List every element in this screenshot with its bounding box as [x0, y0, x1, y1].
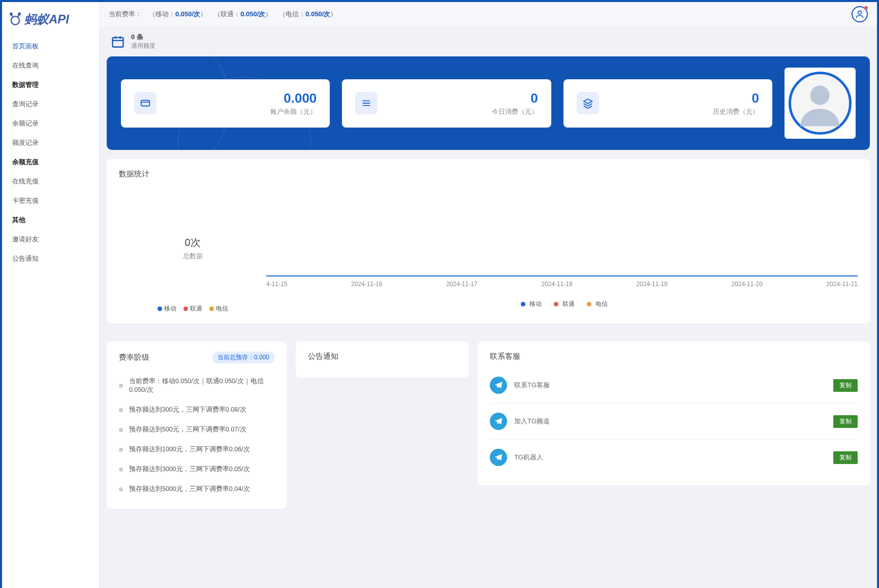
notice-panel: 公告通知	[296, 342, 468, 378]
chart-xlabel: 2024-11-20	[731, 281, 762, 288]
contact-item: 联系TG客服复制	[490, 367, 858, 404]
stat-card: 0今日消费（元）	[342, 79, 551, 128]
quota-count: 0 条	[131, 33, 155, 42]
contact-item: TG机器人复制	[490, 440, 858, 475]
telegram-icon	[490, 449, 507, 466]
stat-value: 0	[607, 90, 759, 106]
legend-item[interactable]: 移动	[517, 300, 542, 307]
sidebar-item[interactable]: 额度记录	[2, 133, 99, 152]
chart-total-count: 0次	[119, 236, 266, 250]
svg-point-3	[858, 11, 862, 14]
tier-item: 预存额达到500元，三网下调费率0.07/次	[119, 420, 274, 440]
stat-card: 0.000账户余额（元）	[121, 79, 330, 128]
svg-point-2	[18, 13, 20, 15]
svg-point-0	[11, 16, 19, 24]
sidebar-item[interactable]: 公告通知	[2, 249, 99, 268]
stat-label: 账户余额（元）	[165, 107, 317, 116]
ant-icon	[8, 12, 22, 26]
user-silhouette-icon	[797, 80, 843, 126]
contact-item: 加入TG频道复制	[490, 404, 858, 440]
telegram-icon	[490, 377, 507, 394]
sidebar-item[interactable]: 卡密充值	[2, 191, 99, 210]
copy-button[interactable]: 复制	[833, 415, 858, 428]
layers-icon	[577, 92, 599, 114]
legend-item[interactable]: 电信	[209, 304, 228, 313]
user-icon	[855, 9, 865, 19]
rate-label: 当前费率：	[109, 10, 142, 18]
rate-union: 0.050/次	[240, 10, 265, 18]
menu-icon	[355, 92, 378, 114]
copy-button[interactable]: 复制	[833, 379, 858, 392]
rate-info: 当前费率： （移动：0.050/次） （联通：0.050/次） （电信：0.05…	[109, 10, 337, 19]
chart-xlabel: 2024-11-19	[636, 281, 667, 288]
tier-item: 当前费率：移动0.050/次｜联通0.050/次｜电信0.050/次	[119, 372, 274, 400]
tier-title: 费率阶级	[119, 353, 149, 362]
contact-label: 联系TG客服	[514, 381, 826, 390]
sidebar-item[interactable]: 在线查询	[2, 56, 99, 75]
tier-item: 预存额达到3000元，三网下调费率0.05/次	[119, 459, 274, 479]
contact-label: TG机器人	[514, 453, 826, 462]
copy-button[interactable]: 复制	[833, 451, 858, 464]
sidebar-heading: 余额充值	[2, 152, 99, 172]
legend-item[interactable]: 联通	[550, 300, 575, 307]
chart-xlabel: 4-11-15	[266, 281, 287, 288]
chart-xlabel: 2024-11-17	[446, 281, 477, 288]
topbar: 当前费率： （移动：0.050/次） （联通：0.050/次） （电信：0.05…	[100, 2, 877, 26]
sidebar: 蚂蚁API 首页面板在线查询数据管理查询记录余额记录额度记录余额充值在线充值卡密…	[2, 2, 100, 588]
stats-hero: 0.000账户余额（元）0今日消费（元）0历史消费（元）	[107, 56, 870, 150]
main-content: 当前费率： （移动：0.050/次） （联通：0.050/次） （电信：0.05…	[100, 2, 877, 588]
tier-item: 预存额达到1000元，三网下调费率0.06/次	[119, 440, 274, 459]
tier-item: 预存额达到5000元，三网下调费率0.04/次	[119, 479, 274, 499]
stat-label: 历史消费（元）	[607, 107, 759, 116]
card-icon	[134, 92, 156, 114]
stat-card: 0历史消费（元）	[563, 79, 772, 128]
brand-logo: 蚂蚁API	[2, 2, 99, 37]
brand-text: 蚂蚁API	[24, 11, 69, 27]
svg-point-6	[810, 86, 830, 105]
support-title: 联系客服	[490, 352, 858, 361]
sidebar-item[interactable]: 在线充值	[2, 172, 99, 191]
sidebar-item[interactable]: 邀请好友	[2, 230, 99, 249]
sidebar-item[interactable]: 余额记录	[2, 114, 99, 133]
quota-summary: 0 条 通用额度	[107, 26, 870, 56]
rate-mobile: 0.050/次	[175, 10, 200, 18]
legend-item[interactable]: 移动	[158, 304, 176, 313]
chart-xlabel: 2024-11-18	[541, 281, 572, 288]
chart-title: 数据统计	[119, 169, 858, 179]
svg-point-1	[10, 13, 12, 15]
chart-xlabel: 2024-11-21	[827, 281, 858, 288]
chart-total-label: 总数据	[119, 252, 266, 261]
chart-panel: 数据统计 0次 总数据 移动联通电信 4-11-152024-11-162024…	[107, 159, 870, 323]
sidebar-heading: 其他	[2, 210, 99, 230]
legend-item[interactable]: 联通	[183, 304, 202, 313]
sidebar-heading: 数据管理	[2, 75, 99, 95]
stat-value: 0	[386, 90, 538, 106]
avatar-large	[784, 68, 856, 139]
quota-label: 通用额度	[131, 42, 155, 50]
support-panel: 联系客服 联系TG客服复制加入TG频道复制TG机器人复制	[478, 342, 870, 485]
notice-title: 公告通知	[308, 352, 456, 361]
user-avatar-button[interactable]	[852, 6, 868, 22]
sidebar-item[interactable]: 首页面板	[2, 37, 99, 56]
tier-panel: 费率阶级 当前总预存：0.000 当前费率：移动0.050/次｜联通0.050/…	[107, 342, 287, 509]
svg-rect-5	[141, 101, 150, 106]
chart-axis	[266, 185, 858, 276]
tier-badge: 当前总预存：0.000	[212, 352, 274, 363]
chart-xlabel: 2024-11-16	[351, 281, 382, 288]
calendar-icon	[111, 35, 125, 49]
legend-item[interactable]: 电信	[583, 300, 608, 307]
stat-value: 0.000	[165, 90, 317, 106]
stat-label: 今日消费（元）	[386, 107, 538, 116]
sidebar-item[interactable]: 查询记录	[2, 95, 99, 114]
contact-label: 加入TG频道	[514, 417, 826, 426]
tier-item: 预存额达到300元，三网下调费率0.08/次	[119, 400, 274, 420]
svg-rect-4	[113, 37, 123, 47]
telegram-icon	[490, 413, 507, 430]
rate-telecom: 0.050/次	[305, 10, 330, 18]
